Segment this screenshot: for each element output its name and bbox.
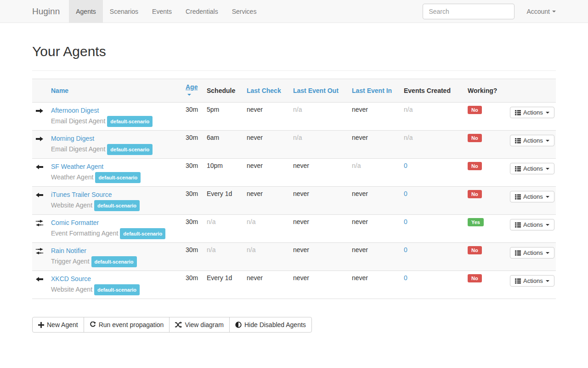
- last-event-in-cell: never: [348, 187, 400, 215]
- working-cell: No: [464, 103, 506, 131]
- last-check-cell: never: [243, 131, 289, 159]
- sort-by-last-event-in[interactable]: Last Event In: [352, 87, 392, 94]
- scenario-badge[interactable]: default-scenario: [120, 228, 165, 239]
- age-cell: 30m: [182, 159, 203, 187]
- th-list-icon: [515, 250, 521, 256]
- agent-name-link[interactable]: XKCD Source: [51, 274, 91, 283]
- scenario-badge[interactable]: default-scenario: [94, 200, 140, 211]
- working-badge: No: [468, 274, 482, 282]
- th-list-icon: [515, 166, 521, 172]
- working-badge: No: [468, 106, 482, 114]
- age-cell: 30m: [182, 103, 203, 131]
- age-cell: 30m: [182, 187, 203, 215]
- scenario-badge[interactable]: default-scenario: [94, 284, 140, 295]
- last-event-in-cell: n/a: [348, 159, 400, 187]
- chevron-down-icon: [546, 168, 549, 170]
- events-created-link[interactable]: 0: [404, 274, 407, 282]
- actions-button[interactable]: Actions: [510, 275, 554, 287]
- events-created-link[interactable]: n/a: [404, 106, 413, 113]
- agent-type-label: Email Digest Agent: [51, 145, 105, 153]
- view-diagram-button[interactable]: View diagram: [169, 317, 230, 333]
- events-created-cell: n/a: [400, 103, 464, 131]
- sort-by-last-check[interactable]: Last Check: [247, 87, 281, 94]
- table-row: SF Weather Agent Weather Agentdefault-sc…: [32, 159, 556, 187]
- working-badge: No: [468, 162, 482, 170]
- schedule-cell: n/a: [203, 243, 243, 271]
- scenario-badge[interactable]: default-scenario: [95, 172, 141, 183]
- last-event-out-cell: n/a: [289, 131, 348, 159]
- agent-name-link[interactable]: Morning Digest: [51, 134, 94, 143]
- brand-link[interactable]: Huginn: [32, 0, 60, 23]
- age-cell: 30m: [182, 243, 203, 271]
- age-cell: 30m: [182, 131, 203, 159]
- sort-by-name[interactable]: Name: [51, 87, 68, 94]
- exchange-icon: [36, 248, 43, 256]
- arrow-left-icon: [36, 276, 43, 283]
- search-input[interactable]: [423, 4, 514, 19]
- header-schedule: Schedule: [203, 79, 243, 103]
- chevron-down-icon: [546, 196, 549, 198]
- actions-button[interactable]: Actions: [510, 219, 554, 230]
- working-badge: No: [468, 134, 482, 142]
- agents-table: Name Age Schedule Last Check Last Event …: [32, 79, 556, 299]
- events-created-cell: 0: [400, 271, 464, 299]
- nav-item-events[interactable]: Events: [145, 0, 179, 23]
- actions-button[interactable]: Actions: [510, 107, 554, 118]
- events-created-link[interactable]: n/a: [404, 134, 413, 141]
- divider: [32, 70, 556, 71]
- header-actions-col: [506, 79, 556, 103]
- events-created-link[interactable]: 0: [404, 246, 407, 253]
- agent-name-link[interactable]: iTunes Trailer Source: [51, 190, 112, 199]
- agent-name-link[interactable]: SF Weather Agent: [51, 162, 103, 171]
- table-header-row: Name Age Schedule Last Check Last Event …: [32, 79, 556, 103]
- sort-by-age[interactable]: Age: [186, 83, 198, 98]
- table-row: Rain Notifier Trigger Agentdefault-scena…: [32, 243, 556, 271]
- agent-type-label: Email Digest Agent: [51, 117, 105, 125]
- th-list-icon: [515, 278, 521, 284]
- footer-buttons: New Agent Run event propagation View dia…: [32, 317, 312, 333]
- last-event-out-cell: never: [289, 215, 348, 243]
- agent-name-link[interactable]: Afternoon Digest: [51, 106, 99, 115]
- agent-name-link[interactable]: Comic Formatter: [51, 218, 99, 227]
- actions-button[interactable]: Actions: [510, 163, 554, 174]
- events-created-cell: 0: [400, 159, 464, 187]
- working-cell: No: [464, 187, 506, 215]
- scenario-badge[interactable]: default-scenario: [91, 256, 137, 267]
- nav-item-credentials[interactable]: Credentials: [179, 0, 225, 23]
- sort-by-last-event-out[interactable]: Last Event Out: [293, 87, 339, 94]
- last-event-in-cell: never: [348, 103, 400, 131]
- scenario-badge[interactable]: default-scenario: [107, 144, 153, 155]
- new-agent-button[interactable]: New Agent: [32, 317, 84, 333]
- last-check-cell: n/a: [243, 215, 289, 243]
- schedule-cell: 5pm: [203, 103, 243, 131]
- nav-item-agents[interactable]: Agents: [69, 0, 103, 23]
- schedule-cell: 10pm: [203, 159, 243, 187]
- schedule-cell: Every 1d: [203, 271, 243, 299]
- last-check-cell: n/a: [243, 243, 289, 271]
- table-row: iTunes Trailer Source Website Agentdefau…: [32, 187, 556, 215]
- events-created-cell: 0: [400, 243, 464, 271]
- account-menu[interactable]: Account: [514, 8, 556, 15]
- hide-disabled-agents-button[interactable]: Hide Disabled Agents: [229, 317, 312, 333]
- events-created-link[interactable]: 0: [404, 190, 407, 197]
- nav-item-services[interactable]: Services: [225, 0, 264, 23]
- actions-button[interactable]: Actions: [510, 135, 554, 146]
- agent-type-label: Website Agent: [51, 286, 92, 293]
- actions-button[interactable]: Actions: [510, 191, 554, 202]
- events-created-link[interactable]: 0: [404, 218, 407, 225]
- run-event-propagation-button[interactable]: Run event propagation: [84, 317, 170, 333]
- arrow-right-icon: [36, 108, 43, 115]
- events-created-link[interactable]: 0: [404, 162, 407, 169]
- last-event-in-cell: never: [348, 271, 400, 299]
- agent-name-link[interactable]: Rain Notifier: [51, 246, 86, 255]
- table-row: XKCD Source Website Agentdefault-scenari…: [32, 271, 556, 299]
- nav-item-scenarios[interactable]: Scenarios: [103, 0, 145, 23]
- plus-icon: [38, 322, 44, 328]
- table-row: Afternoon Digest Email Digest Agentdefau…: [32, 103, 556, 131]
- scenario-badge[interactable]: default-scenario: [107, 116, 153, 127]
- actions-button[interactable]: Actions: [510, 247, 554, 259]
- events-created-cell: 0: [400, 187, 464, 215]
- chevron-down-icon: [546, 112, 549, 114]
- last-check-cell: never: [243, 103, 289, 131]
- schedule-cell: 6am: [203, 131, 243, 159]
